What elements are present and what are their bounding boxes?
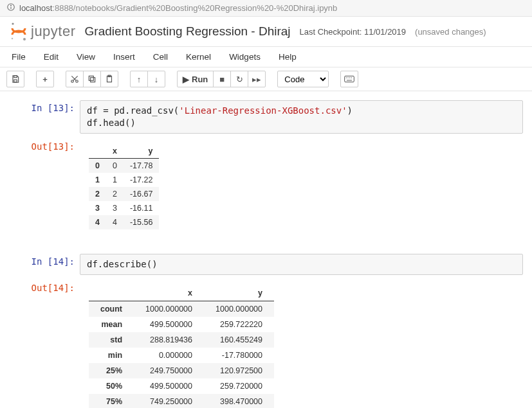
code-cell[interactable]: In [14]: df.describe() (0, 251, 532, 278)
run-label: Run (192, 75, 208, 84)
output-area: x y 00-17.78 11-17.22 22-16.67 33-16.11 … (80, 139, 523, 240)
code-input[interactable]: df = pd.read_csv('Linear-Regression-XGBo… (80, 100, 523, 134)
url-port: :8888 (52, 3, 73, 13)
url-path: /notebooks/Gradient%20Boosting%20Regress… (73, 3, 337, 13)
col-header: y (204, 285, 274, 301)
input-prompt: In [14]: (9, 254, 80, 275)
save-button[interactable] (6, 71, 24, 87)
header: jupyter Gradient Boosting Regression - D… (0, 17, 532, 46)
code-input[interactable]: df.describe() (80, 254, 523, 275)
dataframe-table: x y count1000.0000001000.000000 mean499.… (89, 285, 274, 408)
menubar: File Edit View Insert Cell Kernel Widget… (0, 46, 532, 67)
output-area: x y count1000.0000001000.000000 mean499.… (80, 280, 523, 408)
output-cell: Out[13]: x y 00-17.78 11-17.22 22-16.67 … (0, 136, 532, 242)
output-cell: Out[14]: x y count1000.0000001000.000000… (0, 278, 532, 408)
menu-help[interactable]: Help (279, 52, 297, 62)
menu-edit[interactable]: Edit (44, 52, 59, 62)
toolbar: + ↑ ↓ ▶Run ■ ↻ ▸▸ Code (0, 67, 532, 91)
table-row: 75%749.250000398.470000 (89, 394, 274, 408)
jupyter-icon (10, 22, 27, 41)
copy-button[interactable] (83, 71, 101, 87)
svg-point-2 (11, 5, 12, 6)
svg-rect-7 (14, 80, 17, 82)
notebook-area: In [13]: df = pd.read_csv('Linear-Regres… (0, 91, 532, 408)
table-row: min0.000000-17.780000 (89, 348, 274, 363)
code-cell[interactable]: In [13]: df = pd.read_csv('Linear-Regres… (0, 98, 532, 136)
cut-icon (70, 75, 79, 84)
notebook-title[interactable]: Gradient Boosting Regression - Dhiraj (85, 24, 291, 39)
table-row: 33-16.11 (89, 201, 159, 215)
info-icon (6, 3, 15, 13)
restart-run-all-button[interactable]: ▸▸ (248, 71, 266, 87)
col-header: y (124, 144, 159, 159)
stop-icon: ■ (219, 75, 225, 84)
keyboard-icon (344, 75, 354, 83)
svg-rect-16 (345, 76, 354, 82)
col-header: x (106, 144, 124, 159)
table-row: 50%499.500000259.720000 (89, 378, 274, 394)
down-icon: ↓ (154, 75, 159, 84)
svg-rect-13 (89, 76, 93, 80)
svg-rect-12 (91, 78, 95, 82)
output-prompt: Out[14]: (9, 280, 80, 408)
paste-icon (105, 75, 114, 84)
menu-cell[interactable]: Cell (153, 52, 168, 62)
dataframe-table: x y 00-17.78 11-17.22 22-16.67 33-16.11 … (89, 144, 159, 229)
run-icon: ▶ (183, 75, 189, 84)
table-row: 00-17.78 (89, 158, 159, 173)
url-host: localhost (19, 3, 52, 13)
jupyter-logo[interactable]: jupyter (10, 22, 76, 41)
menu-view[interactable]: View (77, 52, 95, 62)
move-down-button[interactable]: ↓ (147, 71, 165, 87)
svg-point-5 (12, 38, 14, 40)
save-icon (11, 75, 20, 84)
run-button[interactable]: ▶Run (177, 71, 214, 87)
fast-forward-icon: ▸▸ (252, 75, 261, 84)
svg-point-4 (23, 38, 26, 40)
menu-widgets[interactable]: Widgets (229, 52, 261, 62)
add-cell-button[interactable]: + (36, 71, 54, 87)
menu-insert[interactable]: Insert (113, 52, 135, 62)
table-row: 25%249.750000120.972500 (89, 363, 274, 378)
table-row: mean499.500000259.722220 (89, 317, 274, 332)
cell-type-select[interactable]: Code (277, 71, 329, 87)
output-prompt: Out[13]: (9, 139, 80, 240)
table-row: 22-16.67 (89, 187, 159, 201)
cut-button[interactable] (66, 71, 84, 87)
copy-icon (87, 75, 96, 84)
move-up-button[interactable]: ↑ (130, 71, 148, 87)
svg-rect-6 (14, 76, 17, 78)
restart-button[interactable]: ↻ (230, 71, 248, 87)
stop-button[interactable]: ■ (213, 71, 231, 87)
menu-kernel[interactable]: Kernel (186, 52, 211, 62)
menu-file[interactable]: File (12, 52, 26, 62)
col-header: x (134, 285, 204, 301)
restart-icon: ↻ (236, 75, 243, 84)
table-row: 44-15.56 (89, 215, 159, 229)
add-icon: + (42, 75, 48, 84)
paste-button[interactable] (100, 71, 118, 87)
command-palette-button[interactable] (340, 71, 358, 87)
svg-point-3 (12, 22, 14, 24)
address-bar: localhost:8888/notebooks/Gradient%20Boos… (0, 0, 532, 17)
table-row: count1000.0000001000.000000 (89, 301, 274, 317)
table-row: 11-17.22 (89, 173, 159, 187)
unsaved-label: (unsaved changes) (415, 27, 486, 37)
checkpoint-label: Last Checkpoint: 11/01/2019 (300, 27, 407, 37)
brand-text: jupyter (31, 23, 76, 40)
input-prompt: In [13]: (9, 100, 80, 134)
table-row: std288.819436160.455249 (89, 332, 274, 348)
up-icon: ↑ (137, 75, 142, 84)
